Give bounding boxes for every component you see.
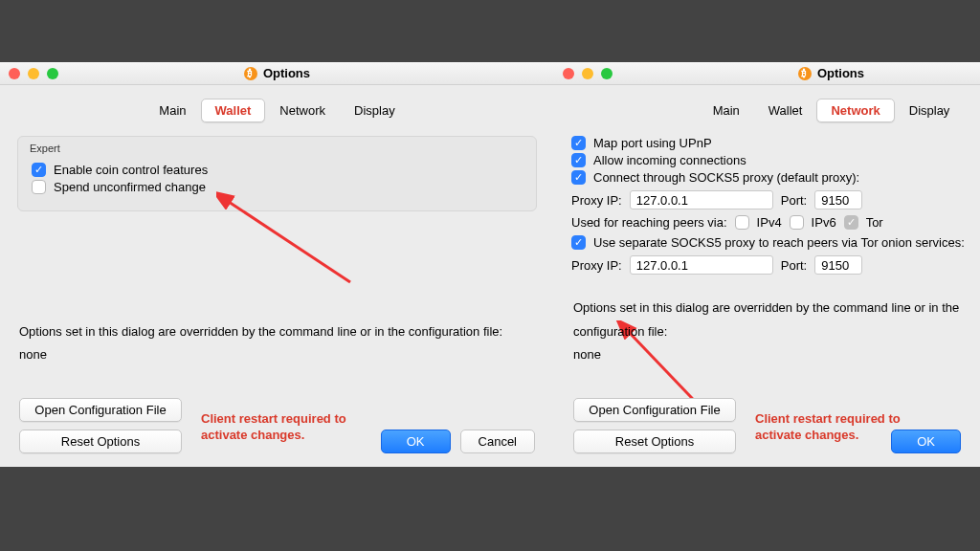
close-icon[interactable] [563,68,574,79]
bitcoin-icon: ₿ [244,67,257,80]
open-config-button[interactable]: Open Configuration File [19,398,182,422]
upnp-label: Map port using UPnP [593,136,712,150]
svg-line-0 [226,200,350,282]
titlebar: ₿ Options [0,62,554,85]
separate-socks5-checkbox[interactable] [571,235,586,250]
tor-checkbox[interactable] [844,215,858,230]
zoom-icon[interactable] [601,68,612,79]
ok-button[interactable]: OK [381,430,451,453]
proxy2-ip-input[interactable] [630,255,773,275]
close-icon[interactable] [9,68,20,79]
override-value: none [573,343,980,367]
tab-network[interactable]: Network [265,99,340,122]
separate-socks5-label: Use separate SOCKS5 proxy to reach peers… [593,235,965,250]
options-window-wallet: ₿ Options Main Wallet Network Display Ex… [0,62,554,467]
upnp-checkbox[interactable] [571,136,586,150]
proxy-ip-input[interactable] [630,190,773,209]
tab-bar: Main Wallet Network Display [0,99,554,122]
proxy2-ip-label: Proxy IP: [571,258,622,273]
tab-display[interactable]: Display [340,99,410,122]
spend-unconfirmed-label: Spend unconfirmed change [54,180,206,194]
ipv4-label: IPv4 [757,215,782,230]
bitcoin-icon: ₿ [798,67,812,80]
tab-bar: Main Wallet Network Display [554,99,980,122]
tab-wallet[interactable]: Wallet [754,99,817,122]
reach-label: Used for reaching peers via: [571,215,727,230]
ipv6-checkbox[interactable] [790,215,804,230]
allow-incoming-checkbox[interactable] [571,153,586,167]
port2-label: Port: [781,258,807,273]
minimize-icon[interactable] [582,68,593,79]
tor-label: Tor [866,215,883,230]
expert-group: Expert Enable coin control features Spen… [17,136,537,211]
override-value: none [19,343,502,367]
tab-main[interactable]: Main [699,99,754,122]
window-title: Options [817,66,864,80]
window-title: Options [263,66,310,80]
ipv4-checkbox[interactable] [735,215,749,230]
tab-display[interactable]: Display [895,99,965,122]
reset-options-button[interactable]: Reset Options [19,430,182,453]
override-text: Options set in this dialog are overridde… [19,320,502,344]
coin-control-checkbox[interactable] [32,163,46,177]
tab-main[interactable]: Main [145,99,200,122]
titlebar: ₿ Options [554,62,980,85]
port-input[interactable] [814,190,862,209]
open-config-button[interactable]: Open Configuration File [573,398,736,422]
reset-options-button[interactable]: Reset Options [573,430,736,453]
restart-required-label: Client restart required to activate chan… [201,411,383,444]
zoom-icon[interactable] [47,68,58,79]
minimize-icon[interactable] [28,68,39,79]
spend-unconfirmed-checkbox[interactable] [32,180,46,194]
override-note: Options set in this dialog are overridde… [573,297,980,367]
ok-button[interactable]: OK [891,430,961,453]
port-label: Port: [781,193,807,208]
port2-input[interactable] [814,255,862,275]
allow-incoming-label: Allow incoming connections [593,153,746,167]
cancel-button[interactable]: Cancel [460,430,535,453]
options-window-network: ₿ Options Main Wallet Network Display Ma… [554,62,980,467]
coin-control-label: Enable coin control features [54,163,208,177]
proxy-ip-label: Proxy IP: [571,193,622,208]
socks5-checkbox[interactable] [571,170,586,185]
tab-wallet[interactable]: Wallet [201,99,266,122]
override-text: Options set in this dialog are overridde… [573,297,980,343]
tab-network[interactable]: Network [816,99,894,122]
override-note: Options set in this dialog are overridde… [19,320,502,367]
ipv6-label: IPv6 [812,215,836,230]
expert-legend: Expert [30,143,60,154]
socks5-label: Connect through SOCKS5 proxy (default pr… [593,170,859,185]
